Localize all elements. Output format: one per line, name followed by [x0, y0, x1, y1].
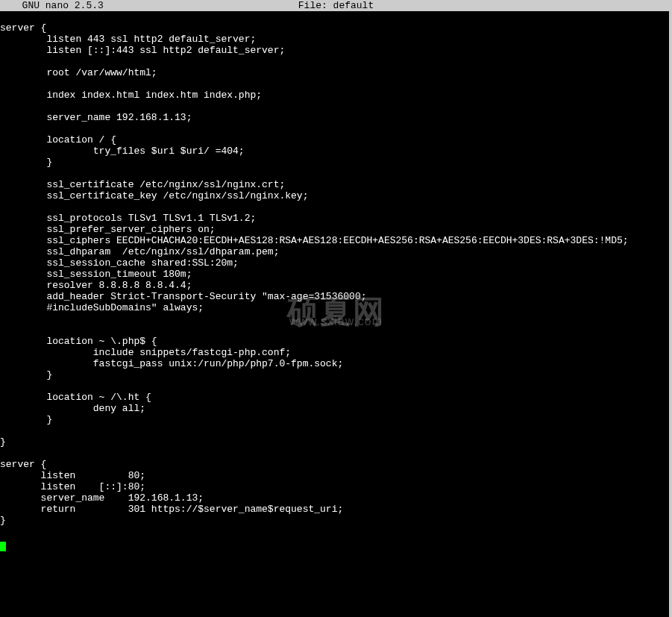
file-line: root /var/www/html; [0, 67, 672, 78]
file-line: listen [::]:443 ssl http2 default_server… [0, 45, 672, 56]
file-line: server { [0, 459, 672, 470]
file-line [0, 56, 672, 67]
file-line: } [0, 414, 672, 425]
file-line: listen [::]:80; [0, 481, 672, 492]
file-line: ssl_dhparam /etc/nginx/ssl/dhparam.pem; [0, 246, 672, 257]
file-line: } [0, 157, 672, 168]
editor-content[interactable]: server { listen 443 ssl http2 default_se… [0, 11, 672, 548]
file-line: ssl_certificate_key /etc/nginx/ssl/nginx… [0, 190, 672, 201]
file-line: ssl_protocols TLSv1 TLSv1.1 TLSv1.2; [0, 213, 672, 224]
cursor [0, 542, 6, 551]
cursor-line [0, 537, 672, 548]
file-line: #includeSubDomains" always; [0, 302, 672, 313]
file-line: server_name 192.168.1.13; [0, 492, 672, 504]
file-line: ssl_session_timeout 180m; [0, 269, 672, 280]
file-line: } [0, 515, 672, 526]
file-line: ssl_prefer_server_ciphers on; [0, 224, 672, 235]
file-line: location ~ \.php$ { [0, 336, 672, 347]
file-line: resolver 8.8.8.8 8.8.4.4; [0, 280, 672, 291]
file-line [0, 313, 672, 325]
file-line: server_name 192.168.1.13; [0, 112, 672, 123]
file-line: fastcgi_pass unix:/run/php/php7.0-fpm.so… [0, 358, 672, 369]
file-line [0, 168, 672, 179]
file-line [0, 201, 672, 213]
file-line [0, 526, 672, 537]
file-line: add_header Strict-Transport-Security "ma… [0, 291, 672, 302]
file-line: server { [0, 22, 672, 34]
file-line: location ~ /\.ht { [0, 392, 672, 403]
file-line [0, 325, 672, 336]
file-line: ssl_ciphers EECDH+CHACHA20:EECDH+AES128:… [0, 235, 672, 246]
file-line [0, 425, 672, 436]
app-name: GNU nano 2.5.3 [0, 0, 104, 11]
right-border [669, 0, 672, 617]
file-line: listen 80; [0, 470, 672, 481]
editor-titlebar: GNU nano 2.5.3 File: default [0, 0, 672, 11]
file-line [0, 380, 672, 392]
file-line: location / { [0, 134, 672, 145]
file-line: include snippets/fastcgi-php.conf; [0, 347, 672, 358]
file-line: ssl_certificate /etc/nginx/ssl/nginx.crt… [0, 179, 672, 190]
file-line: ssl_session_cache shared:SSL:20m; [0, 257, 672, 269]
file-line: listen 443 ssl http2 default_server; [0, 34, 672, 45]
file-line [0, 123, 672, 134]
file-line: return 301 https://$server_name$request_… [0, 504, 672, 515]
file-line [0, 78, 672, 90]
file-line: index index.html index.htm index.php; [0, 90, 672, 101]
file-line: } [0, 436, 672, 448]
file-line: } [0, 369, 672, 380]
file-line: try_files $uri $uri/ =404; [0, 145, 672, 157]
file-line [0, 101, 672, 112]
file-line: deny all; [0, 403, 672, 414]
file-line [0, 448, 672, 459]
